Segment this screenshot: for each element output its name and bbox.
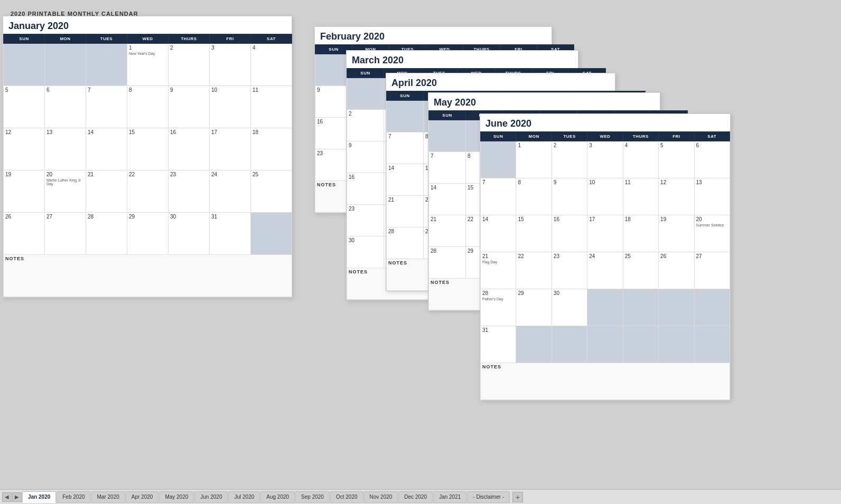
table-row: 18 (251, 128, 292, 170)
table-row: 3 (210, 44, 251, 86)
tab-dec2020[interactable]: Dec 2020 (398, 491, 433, 503)
table-row: 28Father's Day 29 30 (481, 289, 730, 326)
table-row: 31 (481, 326, 730, 363)
table-row: 12 13 14 15 16 17 18 (4, 128, 292, 170)
tab-may2020[interactable]: May 2020 (159, 491, 194, 503)
tab-apr2020[interactable]: Apr 2020 (126, 491, 159, 503)
table-row: 23 (169, 170, 210, 213)
table-row: 16 (169, 128, 210, 170)
jan-hdr-tue: TUES (86, 34, 127, 44)
jan-grid: SUN MON TUES WED THURS FRI SAT 1New Y (3, 34, 292, 297)
main-area: 2020 PRINTABLE MONTHLY CALENDAR January … (0, 0, 841, 489)
table-row: 10 (210, 86, 251, 128)
table-row: 14 (86, 128, 127, 170)
tab-jan2021[interactable]: Jan 2021 (433, 491, 466, 503)
table-row: 12 (4, 128, 45, 170)
table-row: 11 (251, 86, 292, 128)
table-row: 26 (4, 213, 45, 255)
table-row: 8 (127, 86, 169, 128)
table-row: 26 27 28 29 30 31 (4, 213, 292, 255)
jan-hdr-thu: THURS (169, 34, 210, 44)
table-row: 20Martin Luther King Jr Day (45, 170, 86, 213)
table-row: 1New Year's Day (127, 44, 169, 86)
tab-bar: ◀ ▶ Jan 2020 Feb 2020 Mar 2020 Apr 2020 … (0, 489, 841, 504)
jun-notes: NOTES (481, 363, 730, 400)
jun-grid: SUN MON TUES WED THURS FRI SAT 1 2 3 (480, 131, 730, 400)
tab-jun2020[interactable]: Jun 2020 (194, 491, 228, 503)
table-row: NOTES (481, 363, 730, 400)
table-row: 29 (127, 213, 169, 255)
tab-feb2020[interactable]: Feb 2020 (57, 491, 90, 503)
tab-oct2020[interactable]: Oct 2020 (330, 491, 363, 503)
add-sheet-button[interactable]: + (512, 492, 523, 502)
table-row: 6 (45, 86, 86, 128)
apr-title: April 2020 (386, 73, 615, 91)
tab-sep2020[interactable]: Sep 2020 (295, 491, 330, 503)
table-row (45, 44, 86, 86)
jan-notes: NOTES (4, 255, 292, 297)
jan-hdr-fri: FRI (210, 34, 251, 44)
table-row: 14 15 16 17 18 19 20Summer Solstice (481, 215, 730, 252)
table-row: 17 (210, 128, 251, 170)
table-row: 5 6 7 8 9 10 11 (4, 86, 292, 128)
jan-title: January 2020 (3, 16, 292, 34)
january-calendar: January 2020 SUN MON TUES WED THURS FRI … (3, 16, 292, 298)
table-row: 7 (86, 86, 127, 128)
table-row: 27 (45, 213, 86, 255)
table-row: 4 (251, 44, 292, 86)
jan-hdr-sat: SAT (251, 34, 292, 44)
table-row (251, 213, 292, 255)
jan-hdr-sun: SUN (4, 34, 45, 44)
table-row: 19 20Martin Luther King Jr Day 21 22 23 … (4, 170, 292, 213)
table-row (4, 44, 45, 86)
jan-hdr-mon: MON (45, 34, 86, 44)
tab-disclaimer[interactable]: - Disclaimer - (467, 491, 510, 503)
table-row: NOTES (4, 255, 292, 297)
table-row: 31 (210, 213, 251, 255)
table-row: 15 (127, 128, 169, 170)
jan-hdr-wed: WED (127, 34, 169, 44)
tab-aug2020[interactable]: Aug 2020 (260, 491, 295, 503)
table-row: 28 (86, 213, 127, 255)
tab-nov2020[interactable]: Nov 2020 (364, 491, 398, 503)
table-row: 21 (86, 170, 127, 213)
table-row: 13 (45, 128, 86, 170)
tab-mar2020[interactable]: Mar 2020 (91, 491, 125, 503)
table-row: 19 (4, 170, 45, 213)
mar-title: March 2020 (347, 51, 578, 68)
table-row: 1New Year's Day 2 3 4 (4, 44, 292, 86)
app-container: 2020 PRINTABLE MONTHLY CALENDAR January … (0, 0, 841, 504)
table-row: 30 (169, 213, 210, 255)
tab-nav-right[interactable]: ▶ (12, 492, 22, 502)
table-row: 2 (169, 44, 210, 86)
table-row: 7 8 9 10 11 12 13 (481, 178, 730, 215)
tab-jan2020[interactable]: Jan 2020 (22, 491, 56, 503)
feb-title: February 2020 (315, 27, 552, 44)
table-row: 5 (4, 86, 45, 128)
june-calendar: June 2020 SUN MON TUES WED THURS FRI SAT (480, 113, 731, 401)
table-row: 21Flag Day 22 23 24 25 26 27 (481, 252, 730, 289)
tab-jul2020[interactable]: Jul 2020 (228, 491, 260, 503)
table-row: 24 (210, 170, 251, 213)
may-title: May 2020 (428, 93, 660, 110)
table-row: 25 (251, 170, 292, 213)
table-row: 22 (127, 170, 169, 213)
table-row (86, 44, 127, 86)
table-row: 1 2 3 4 5 6 (481, 141, 730, 178)
tab-nav-left[interactable]: ◀ (2, 492, 12, 502)
table-row: 9 (169, 86, 210, 128)
jun-title: June 2020 (480, 114, 730, 131)
